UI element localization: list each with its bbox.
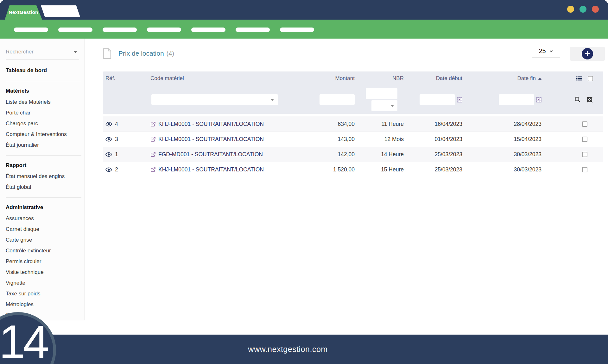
column-header-ref[interactable]: Réf.: [103, 71, 150, 85]
sidebar-item[interactable]: État journalier: [6, 140, 81, 151]
sidebar-section-title[interactable]: Tableau de bord: [6, 65, 81, 76]
sidebar-item[interactable]: État mensuel des engins: [6, 171, 81, 182]
material-code-link[interactable]: KHJ-LM0001 - SOUTRAITANT/LOCATION: [150, 136, 264, 143]
row-checkbox[interactable]: [582, 152, 587, 157]
sidebar-section: Administrative AssurancesCarnet disqueCa…: [6, 197, 81, 325]
clear-search-icon[interactable]: [586, 96, 593, 103]
row-checkbox[interactable]: [582, 137, 587, 142]
montant-value: 634,00: [338, 121, 355, 127]
main-content: Prix de location (4) 25 + Réf. Code maté…: [85, 39, 608, 335]
column-header-date-debut[interactable]: Date début: [404, 71, 470, 85]
sidebar-section-title[interactable]: Administrative: [6, 202, 81, 213]
view-record-action[interactable]: 1: [105, 151, 118, 158]
view-record-action[interactable]: 3: [105, 136, 118, 143]
filter-date-debut-input[interactable]: [420, 94, 455, 105]
filter-montant-input[interactable]: [320, 94, 355, 105]
sidebar-section: Tableau de bord: [6, 61, 81, 81]
filter-nbr-unit-select[interactable]: [371, 100, 397, 111]
sidebar-item[interactable]: Carte grise: [6, 235, 81, 245]
eye-icon[interactable]: [105, 152, 112, 157]
sidebar: Rechercher Tableau de bord Matériels Lis…: [0, 39, 85, 320]
sidebar-section-items: Liste des MatérielsPorte charCharges par…: [6, 97, 81, 151]
sidebar-item[interactable]: Visite technique: [6, 267, 81, 278]
nav-menu-item-placeholder[interactable]: [103, 28, 137, 32]
nav-menu-placeholders: [14, 28, 314, 32]
table-row: 2 KHJ-LM0001 - SOUTRAITANT/LOCATION 1 52…: [103, 162, 603, 177]
eye-icon[interactable]: [105, 167, 112, 172]
record-count: (4): [167, 50, 174, 57]
page-size-select[interactable]: 25: [532, 47, 560, 58]
filter-date-fin-input[interactable]: [499, 94, 534, 105]
eye-icon[interactable]: [105, 137, 112, 142]
date-fin-value: 30/03/2023: [514, 151, 542, 158]
eye-icon[interactable]: [105, 122, 112, 126]
badge-number: 14: [0, 318, 47, 364]
ref-value: 2: [115, 166, 118, 173]
chevron-down-icon: [549, 49, 553, 53]
ref-value: 3: [115, 136, 118, 143]
add-record-button[interactable]: +: [582, 48, 593, 59]
sidebar-item[interactable]: Liste des Matériels: [6, 97, 81, 108]
filter-nbr-input[interactable]: [366, 88, 397, 99]
filter-row: [103, 85, 603, 114]
sidebar-sections: Tableau de bord Matériels Liste des Maté…: [6, 61, 81, 325]
calendar-icon[interactable]: [536, 97, 542, 102]
column-header-nbr[interactable]: NBR: [355, 71, 404, 85]
column-header-montant[interactable]: Montant: [283, 71, 355, 85]
main-nav-bar: [0, 20, 608, 39]
nav-menu-item-placeholder[interactable]: [236, 28, 270, 32]
sidebar-item[interactable]: État global: [6, 182, 81, 193]
material-code-link[interactable]: KHJ-LM0001 - SOUTRAITANT/LOCATION: [150, 166, 264, 173]
window-control-minimize-icon[interactable]: [567, 6, 574, 13]
app-window: NextGestion Rechercher Tableau de bord M…: [0, 0, 608, 364]
material-code-label: KHJ-LM0001 - SOUTRAITANT/LOCATION: [158, 136, 264, 143]
sidebar-section-title[interactable]: Rapport: [6, 160, 81, 171]
search-icon[interactable]: [574, 96, 581, 103]
sidebar-item[interactable]: Contrôle extincteur: [6, 245, 81, 256]
plus-icon: +: [585, 49, 590, 58]
sidebar-item[interactable]: Métrologies: [6, 299, 81, 310]
sidebar-item[interactable]: Permis circuler: [6, 256, 81, 267]
nav-menu-item-placeholder[interactable]: [191, 28, 225, 32]
view-record-action[interactable]: 2: [105, 166, 118, 173]
table-header: Réf. Code matériel Montant NBR Date débu…: [103, 71, 603, 114]
nav-menu-item-placeholder[interactable]: [147, 28, 181, 32]
table-row: 3 KHJ-LM0001 - SOUTRAITANT/LOCATION 143,…: [103, 132, 603, 147]
filter-code-select[interactable]: [151, 94, 278, 105]
sidebar-item[interactable]: Carnet disque: [6, 224, 81, 235]
footer-url: www.nextgestion.com: [248, 345, 327, 354]
date-debut-value: 16/04/2023: [434, 121, 462, 127]
page-size-value: 25: [539, 47, 546, 55]
sidebar-item[interactable]: Charges parc: [6, 118, 81, 129]
window-control-maximize-icon[interactable]: [580, 6, 586, 13]
select-all-checkbox[interactable]: [588, 76, 593, 81]
calendar-icon[interactable]: [457, 97, 462, 102]
sidebar-item[interactable]: Taxe sur poids: [6, 288, 81, 299]
material-code-link[interactable]: KHJ-LM0001 - SOUTRAITANT/LOCATION: [150, 121, 264, 127]
list-view-icon[interactable]: [576, 76, 582, 81]
external-link-icon: [150, 152, 156, 157]
sidebar-search-input[interactable]: Rechercher: [6, 47, 79, 59]
nav-menu-item-placeholder[interactable]: [58, 28, 92, 32]
nav-menu-item-placeholder[interactable]: [14, 28, 48, 32]
row-checkbox[interactable]: [582, 121, 587, 127]
sidebar-item[interactable]: Porte char: [6, 108, 81, 118]
sort-ascending-icon: [538, 77, 542, 80]
footer: www.nextgestion.com: [0, 335, 608, 364]
nbr-value: 11 Heure: [381, 121, 404, 127]
sidebar-item[interactable]: Compteur & Interventions: [6, 129, 81, 140]
table-row: 1 FGD-MD001 - SOUTRAITANT/LOCATION 142,0…: [103, 147, 603, 162]
sidebar-item[interactable]: Assurances: [6, 213, 81, 224]
table-body: 4 KHJ-LM0001 - SOUTRAITANT/LOCATION 634,…: [103, 116, 603, 177]
column-header-date-fin[interactable]: Date fin: [470, 71, 545, 85]
nav-menu-item-placeholder[interactable]: [280, 28, 314, 32]
window-control-close-icon[interactable]: [592, 6, 599, 13]
material-code-link[interactable]: FGD-MD001 - SOUTRAITANT/LOCATION: [150, 151, 263, 158]
view-record-action[interactable]: 4: [105, 121, 118, 127]
external-link-icon: [150, 121, 156, 127]
row-checkbox[interactable]: [582, 167, 587, 172]
column-header-code[interactable]: Code matériel: [150, 71, 283, 85]
sidebar-item[interactable]: Vignette: [6, 278, 81, 288]
external-link-icon: [150, 137, 156, 142]
sidebar-section-title[interactable]: Matériels: [6, 85, 81, 97]
